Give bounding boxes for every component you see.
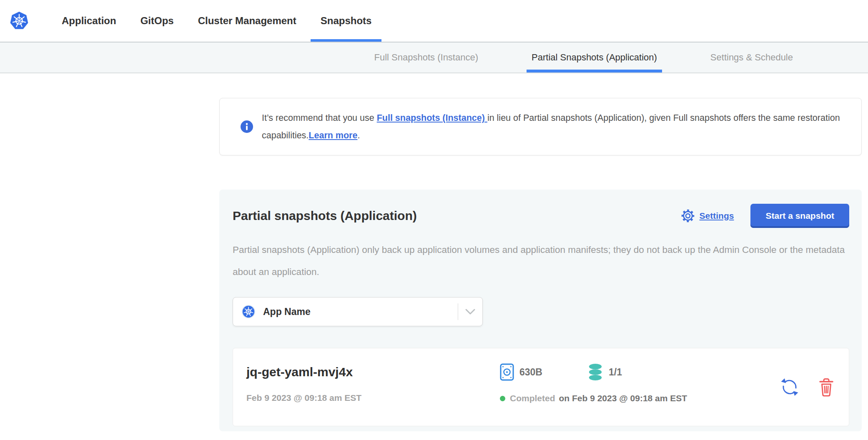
snapshot-volumes: 1/1 bbox=[587, 363, 622, 381]
restore-icon bbox=[780, 377, 800, 397]
restore-snapshot-button[interactable] bbox=[780, 377, 800, 397]
info-banner: It’s recommend that you use Full snapsho… bbox=[219, 98, 862, 155]
start-snapshot-button[interactable]: Start a snapshot bbox=[750, 204, 849, 228]
status-finished-timestamp: on Feb 9 2023 @ 09:18 am EST bbox=[559, 393, 687, 403]
chevron-down-icon bbox=[458, 308, 482, 315]
snapshot-name: jq-get-yaml-mvj4x bbox=[246, 365, 500, 379]
info-banner-text: It’s recommend that you use Full snapsho… bbox=[262, 109, 841, 144]
app-selector-dropdown[interactable]: App Name bbox=[233, 297, 483, 326]
snapshot-volumes-value: 1/1 bbox=[609, 367, 622, 378]
panel-header: Partial snapshots (Application) Settings… bbox=[233, 204, 849, 228]
tab-full-snapshots[interactable]: Full Snapshots (Instance) bbox=[369, 42, 483, 72]
learn-more-link[interactable]: Learn more bbox=[309, 130, 357, 140]
full-snapshots-link[interactable]: Full snapshots (Instance) bbox=[377, 113, 487, 123]
gear-icon bbox=[680, 208, 695, 223]
snapshot-settings-link[interactable]: Settings bbox=[680, 208, 734, 223]
info-text-after: . bbox=[357, 130, 360, 140]
status-dot-icon bbox=[500, 396, 505, 401]
status-label: Completed bbox=[510, 393, 555, 403]
delete-snapshot-button[interactable] bbox=[818, 378, 835, 397]
nav-item-snapshots[interactable]: Snapshots bbox=[311, 0, 382, 42]
nav-item-cluster-management[interactable]: Cluster Management bbox=[198, 0, 296, 42]
volume-size-icon bbox=[500, 363, 514, 381]
snapshot-started-timestamp: Feb 9 2023 @ 09:18 am EST bbox=[246, 392, 500, 403]
info-icon bbox=[241, 120, 253, 133]
snapshots-subnav: Full Snapshots (Instance) Partial Snapsh… bbox=[0, 42, 868, 73]
app-header: Application GitOps Cluster Management Sn… bbox=[0, 0, 868, 42]
app-selector-value: App Name bbox=[263, 306, 311, 318]
nav-item-application[interactable]: Application bbox=[62, 0, 116, 42]
panel-description: Partial snapshots (Application) only bac… bbox=[233, 239, 849, 283]
trash-icon bbox=[818, 378, 835, 397]
tab-settings-schedule[interactable]: Settings & Schedule bbox=[705, 42, 798, 72]
settings-label: Settings bbox=[700, 211, 734, 221]
snapshot-size-value: 630B bbox=[519, 367, 542, 378]
partial-snapshots-panel: Partial snapshots (Application) Settings… bbox=[219, 190, 862, 431]
app-kubernetes-icon bbox=[241, 305, 256, 319]
info-text-before: It’s recommend that you use bbox=[262, 113, 377, 123]
kubernetes-logo-icon bbox=[0, 0, 29, 42]
panel-title: Partial snapshots (Application) bbox=[233, 209, 417, 223]
snapshot-row: jq-get-yaml-mvj4x Feb 9 2023 @ 09:18 am … bbox=[233, 348, 849, 426]
nav-item-gitops[interactable]: GitOps bbox=[140, 0, 174, 42]
snapshot-status: Completed on Feb 9 2023 @ 09:18 am EST bbox=[500, 392, 687, 404]
snapshot-size: 630B bbox=[500, 363, 542, 381]
tab-partial-snapshots[interactable]: Partial Snapshots (Application) bbox=[527, 42, 662, 72]
database-icon bbox=[587, 363, 603, 381]
top-nav: Application GitOps Cluster Management Sn… bbox=[62, 0, 396, 42]
